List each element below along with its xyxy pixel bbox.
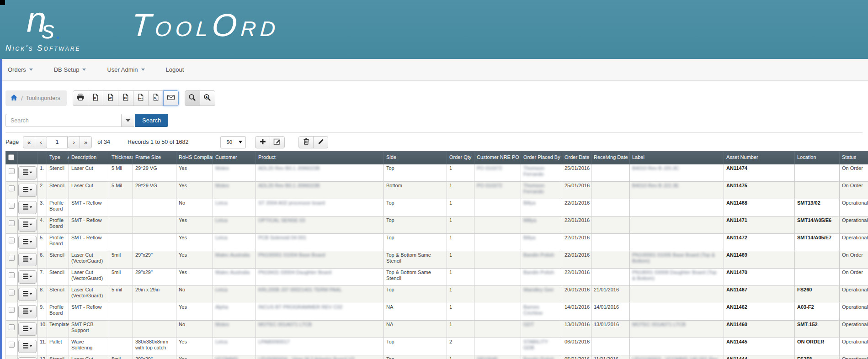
prev-page-button[interactable]: ‹: [35, 136, 47, 148]
menu-bars-icon: [22, 186, 32, 194]
column-header-status[interactable]: Status: [840, 152, 868, 164]
search-input[interactable]: [5, 114, 121, 127]
column-header-receiving_date[interactable]: Receiving Date: [591, 152, 630, 164]
row-menu-button[interactable]: [18, 218, 37, 232]
cell-product: OPTICAL SENSE 03: [256, 216, 384, 234]
cell-rohs: No: [176, 286, 213, 303]
nav-db-setup[interactable]: DB Setup: [54, 66, 86, 73]
row-checkbox[interactable]: [9, 255, 15, 261]
cell-label: [630, 338, 724, 355]
edit-record-button[interactable]: [270, 136, 285, 148]
select-all-checkbox[interactable]: [8, 154, 14, 160]
row-menu-button[interactable]: [18, 357, 37, 359]
column-header-order_qty[interactable]: Order Qty: [447, 152, 474, 164]
cell-cb: [6, 286, 18, 303]
advanced-search-button[interactable]: A: [200, 90, 215, 106]
export-html-button[interactable]: <>: [118, 90, 133, 106]
column-header-frame_size[interactable]: Frame Size: [133, 152, 176, 164]
export-word-button[interactable]: W: [103, 90, 118, 106]
column-header-label[interactable]: Label: [630, 152, 724, 164]
search-submit-button[interactable]: Search: [135, 114, 168, 127]
row-checkbox[interactable]: [9, 185, 15, 191]
email-button[interactable]: [163, 90, 179, 106]
row-menu-button[interactable]: [18, 184, 37, 197]
column-header-asset_number[interactable]: Asset Number: [724, 152, 795, 164]
row-checkbox[interactable]: [9, 290, 15, 296]
cell-side: Top & Bottom Same Stencil: [384, 269, 447, 286]
redacted-text: Billya: [523, 200, 535, 206]
title-part: RD: [240, 17, 280, 41]
print-button[interactable]: [73, 90, 88, 106]
export-csv-button[interactable]: a,: [148, 90, 164, 106]
page-size-select[interactable]: 50: [220, 136, 246, 148]
app-banner: ns Nick's Software TOOLORD: [0, 0, 868, 59]
redacted-text: MOTEC 001A071 LTCB: [258, 322, 312, 327]
row-menu-button[interactable]: [18, 253, 37, 266]
cell-description: SMT - Reflow: [69, 216, 109, 234]
redacted-text: Millya: [523, 217, 536, 223]
row-menu-button[interactable]: [18, 322, 37, 336]
column-header-type[interactable]: Type▲: [47, 152, 69, 164]
cell-thickness: 5 Mil: [109, 182, 133, 199]
row-menu-button[interactable]: [18, 201, 37, 214]
search-field-dropdown-button[interactable]: [121, 114, 134, 127]
add-record-button[interactable]: [255, 136, 270, 148]
row-menu-button[interactable]: [18, 305, 37, 318]
row-menu-button[interactable]: [18, 288, 37, 301]
cell-order_date: 05/01/2016: [562, 355, 591, 359]
column-header-customer[interactable]: Customer: [213, 152, 256, 164]
cell-num: 8.: [37, 286, 47, 303]
row-checkbox[interactable]: [9, 203, 15, 209]
row-menu-button[interactable]: [18, 236, 37, 249]
row-checkbox[interactable]: [9, 238, 15, 243]
row-menu-button[interactable]: [18, 166, 37, 180]
cell-description: Laser Cut: [69, 182, 109, 199]
row-checkbox[interactable]: [9, 272, 15, 278]
cell-customer: Leica: [213, 286, 256, 303]
table-row: 12.StencilLaser Cut (VectorGuard)5mil29"…: [6, 355, 868, 359]
nav-user-admin[interactable]: User Admin: [107, 66, 144, 73]
modify-record-button[interactable]: [313, 136, 328, 148]
svg-text:<>: <>: [123, 96, 127, 100]
quick-search-toggle-button[interactable]: [185, 90, 200, 106]
row-checkbox[interactable]: [9, 168, 15, 174]
row-menu-button[interactable]: [18, 270, 37, 284]
nav-orders[interactable]: Orders: [8, 66, 33, 73]
column-header-order_placed_by[interactable]: Order Placed By: [521, 152, 562, 164]
cell-receiving_date: [591, 338, 630, 355]
cell-asset_number: AN11472: [724, 234, 795, 251]
column-header-side[interactable]: Side: [384, 152, 447, 164]
last-page-button[interactable]: »: [80, 136, 92, 148]
cell-side: Bottom: [384, 182, 447, 199]
tooling-orders-table: Type▲DescriptionThicknessFrame SizeRoHS …: [5, 151, 868, 359]
row-checkbox[interactable]: [9, 342, 15, 348]
delete-record-button[interactable]: [298, 136, 314, 148]
cell-menu: [18, 251, 37, 269]
table-row: 1.StencilLaser Cut5 Mil29*29 VGYesMotexA…: [6, 164, 868, 182]
first-page-button[interactable]: «: [23, 136, 35, 148]
cell-frame_size: 380x380x8mm with top catch: [133, 338, 176, 355]
row-checkbox[interactable]: [9, 307, 15, 313]
next-page-button[interactable]: ›: [68, 136, 80, 148]
column-header-product[interactable]: Product: [256, 152, 384, 164]
breadcrumb-current[interactable]: Toolingorders: [26, 95, 60, 101]
row-checkbox[interactable]: [9, 220, 15, 226]
table-row: 5.Profile BoardSMT - ReflowYesLeicaPCB S…: [6, 234, 868, 251]
home-icon[interactable]: [10, 94, 18, 103]
page-number-input[interactable]: [47, 136, 68, 148]
row-checkbox[interactable]: [9, 324, 15, 330]
export-xml-button[interactable]: <ø>: [133, 90, 149, 106]
redacted-text: Billya: [523, 235, 535, 240]
cell-customer_nre_po: PO 010372: [474, 182, 521, 199]
export-excel-button[interactable]: X: [88, 90, 103, 106]
nav-logout[interactable]: Logout: [166, 66, 184, 73]
row-menu-button[interactable]: [18, 340, 37, 353]
column-header-rohs[interactable]: RoHS Compliant: [176, 152, 213, 164]
magnifier-icon: [188, 94, 196, 103]
column-header-order_date[interactable]: Order Date▼: [562, 152, 591, 164]
column-header-location[interactable]: Location: [795, 152, 840, 164]
column-header-thickness[interactable]: Thickness: [109, 152, 133, 164]
column-header-customer_nre_po[interactable]: Customer NRE PO: [474, 152, 521, 164]
column-header-description[interactable]: Description: [69, 152, 109, 164]
file-xml-icon: <ø>: [137, 94, 144, 103]
